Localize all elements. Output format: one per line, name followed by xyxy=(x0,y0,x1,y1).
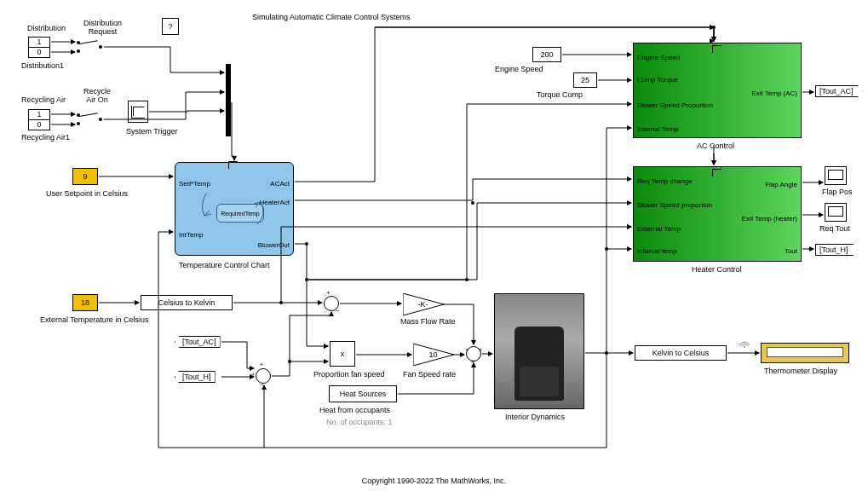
ac-port-exit: Exit Temp (AC) xyxy=(751,90,797,97)
const-distribution1[interactable]: 1 0 xyxy=(28,37,50,58)
svg-point-5 xyxy=(305,242,308,246)
gain-k-label: -K- xyxy=(417,300,428,309)
proportion-fan-label: Proportion fan speed xyxy=(313,370,385,379)
thermometer-display-label: Thermometer Display xyxy=(764,367,837,375)
help-button[interactable]: ? xyxy=(162,18,179,35)
heater-port-exit: Exit Temp (heater) xyxy=(742,215,797,223)
port-inttemp: IntTemp xyxy=(179,231,203,239)
recycle-air-on-label: Recycle Air On xyxy=(83,87,111,104)
ac-port-int: Internal Temp xyxy=(637,125,678,133)
temp-chart-label: Temperature Control Chart xyxy=(179,261,270,269)
gain-10-label: 10 xyxy=(428,350,437,359)
chart-trigger-icon xyxy=(228,161,240,170)
engine-speed-label: Engine Speed xyxy=(495,65,543,73)
svg-point-10 xyxy=(288,360,291,363)
tag-goto-tout-ac[interactable]: [Tout_AC] xyxy=(815,85,863,97)
heater-trigger-icon xyxy=(712,169,724,177)
const-engine-speed[interactable]: 200 xyxy=(532,47,561,62)
svg-point-6 xyxy=(465,278,468,281)
svg-point-9 xyxy=(471,201,474,205)
tag-goto-tout-h[interactable]: [Tout_H] xyxy=(815,244,858,256)
svg-point-4 xyxy=(305,278,308,281)
gain-fan-speed[interactable]: 10 xyxy=(413,344,454,366)
switch-recycling[interactable] xyxy=(77,111,102,128)
heater-port-int: Internal temp xyxy=(637,247,677,255)
const-distribution1-top: 1 xyxy=(29,38,49,48)
interior-dynamics-label: Interior Dynamics xyxy=(505,413,565,421)
svg-point-11 xyxy=(712,26,716,29)
const-recycling-bot: 0 xyxy=(29,120,49,130)
ac-control-block[interactable]: Engine Speed Comp Torque Blower Speed Pr… xyxy=(633,43,802,138)
distribution1-label: Distribution1 xyxy=(21,61,64,70)
ac-control-label: AC Control xyxy=(697,142,734,150)
tag-from-tout-h[interactable]: [Tout_H] xyxy=(175,371,216,383)
copyright: Copyright 1990-2022 The MathWorks, Inc. xyxy=(0,477,868,485)
flap-pos-label: Flap Pos xyxy=(822,188,853,196)
port-blowerout: BlowerOut xyxy=(258,241,290,249)
system-trigger-label: System Trigger xyxy=(126,127,178,136)
ext-temp-label: External Temperature in Celsius xyxy=(40,315,148,324)
distribution-request-label: Distribution Request xyxy=(83,19,122,36)
thermometer-display-block[interactable] xyxy=(761,343,849,363)
tag-from-tout-ac[interactable]: [Tout_AC] xyxy=(175,336,221,348)
svg-point-3 xyxy=(279,301,283,304)
mux xyxy=(226,64,231,136)
ac-port-blower: Blower Speed Proportion xyxy=(637,101,713,109)
port-heateract: HeaterAct xyxy=(259,199,290,206)
distribution-label: Distribution xyxy=(27,24,66,32)
ac-trigger-icon xyxy=(712,45,724,54)
recycling-air-label: Recycling Air xyxy=(21,95,66,104)
mass-flow-label: Mass Flow Rate xyxy=(400,317,456,326)
svg-point-7 xyxy=(605,351,608,355)
req-tout-label: Req Tout xyxy=(819,224,850,233)
heat-sources-block[interactable]: Heat Sources xyxy=(329,385,397,402)
svg-point-2 xyxy=(744,346,745,348)
heat-occupants-label: Heat from occupants xyxy=(319,406,390,414)
recycling-air1-label: Recycling Air1 xyxy=(21,133,70,142)
title: Simulating Automatic Climate Control Sys… xyxy=(252,13,411,21)
heater-control-block[interactable]: Req Temp change Blower Speed proportion … xyxy=(633,166,802,262)
ac-port-comp: Comp Torque xyxy=(637,76,678,84)
switch-distribution[interactable] xyxy=(77,38,102,55)
celsius-to-kelvin-block[interactable]: Celsius to Kelvin xyxy=(141,295,233,310)
heater-port-ext: External Temp xyxy=(637,225,681,233)
const-distribution1-bot: 0 xyxy=(29,48,49,57)
heater-port-blower: Blower Speed proportion xyxy=(637,201,712,209)
torque-comp-label: Torque Comp xyxy=(537,90,583,99)
const-ext-temp[interactable]: 18 xyxy=(72,294,98,311)
interior-dynamics-block[interactable] xyxy=(494,293,584,409)
heater-port-tout: Tout xyxy=(785,247,797,255)
const-setpoint[interactable]: 9 xyxy=(72,168,98,185)
scope-req-tout[interactable] xyxy=(825,203,847,222)
const-torque-comp[interactable]: 25 xyxy=(573,72,597,88)
product-block[interactable]: x xyxy=(330,341,355,367)
scope-flap-pos[interactable] xyxy=(825,166,847,185)
signal-icon xyxy=(738,337,751,349)
ac-port-engine: Engine Speed xyxy=(637,54,680,61)
system-trigger-block[interactable] xyxy=(128,101,148,123)
required-temp-box: RequiredTemp xyxy=(216,204,264,223)
user-setpoint-label: User Setpoint in Celsius xyxy=(46,189,128,198)
port-setptemp: SetPTemp xyxy=(179,180,210,188)
fan-speed-label: Fan Speed rate xyxy=(403,370,456,379)
gain-mass-flow[interactable]: -K- xyxy=(403,293,444,315)
const-recycling-air1[interactable]: 1 0 xyxy=(28,109,50,130)
const-recycling-top: 1 xyxy=(29,110,49,120)
kelvin-to-celsius-block[interactable]: Kelvin to Celsius xyxy=(635,345,727,361)
heater-control-label: Heater Control xyxy=(692,265,742,274)
heater-port-flap: Flap Angle xyxy=(765,181,797,188)
no-occupants-label: No. of occupants: 1 xyxy=(326,418,393,426)
temperature-control-chart[interactable]: SetPTemp IntTemp ACAct HeaterAct BlowerO… xyxy=(175,162,294,256)
heater-port-req: Req Temp change xyxy=(637,177,693,185)
port-acact: ACAct xyxy=(270,180,290,188)
svg-point-8 xyxy=(605,247,608,251)
